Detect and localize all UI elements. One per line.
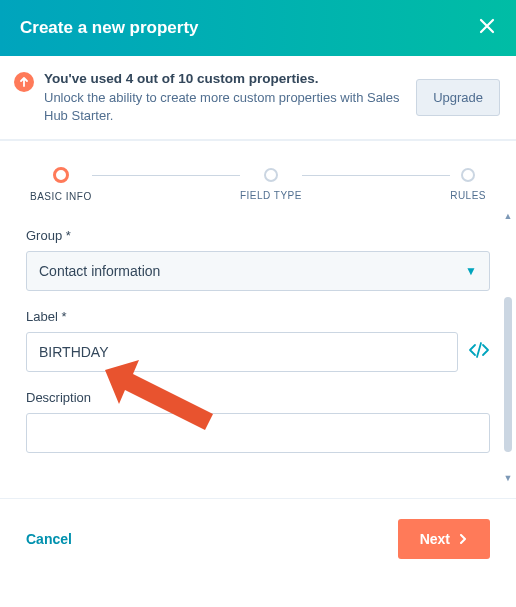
step-basic-info[interactable]: BASIC INFO [30, 167, 92, 202]
chevron-down-icon: ▼ [465, 264, 477, 278]
step-connector [302, 175, 450, 176]
step-field-type[interactable]: FIELD TYPE [240, 168, 302, 201]
step-circle-icon [461, 168, 475, 182]
banner-sub: Unlock the ability to create more custom… [44, 90, 400, 123]
scroll-down-icon: ▼ [504, 474, 513, 483]
step-circle-icon [264, 168, 278, 182]
close-icon[interactable] [478, 17, 496, 39]
field-group: Group * Contact information ▼ [26, 228, 490, 291]
label-input[interactable]: BIRTHDAY [26, 332, 458, 372]
arrow-up-icon [14, 72, 34, 92]
scroll-up-icon: ▲ [504, 212, 513, 221]
group-label: Group * [26, 228, 490, 243]
step-connector [92, 175, 240, 176]
description-label: Description [26, 390, 490, 405]
banner-text: You've used 4 out of 10 custom propertie… [44, 70, 406, 125]
upgrade-button[interactable]: Upgrade [416, 79, 500, 116]
cancel-button[interactable]: Cancel [26, 531, 72, 547]
modal-header: Create a new property [0, 0, 516, 56]
scroll-thumb[interactable] [504, 297, 512, 452]
group-value: Contact information [39, 263, 160, 279]
chevron-right-icon [458, 534, 468, 544]
label-label: Label * [26, 309, 490, 324]
field-label: Label * BIRTHDAY [26, 309, 490, 372]
modal-title: Create a new property [20, 18, 199, 38]
label-value: BIRTHDAY [39, 344, 109, 360]
step-rules[interactable]: RULES [450, 168, 486, 201]
scrollbar[interactable]: ▲ ▼ [502, 212, 514, 461]
code-icon[interactable] [468, 341, 490, 363]
step-circle-icon [53, 167, 69, 183]
next-button[interactable]: Next [398, 519, 490, 559]
next-label: Next [420, 531, 450, 547]
stepper: BASIC INFO FIELD TYPE RULES [0, 157, 516, 208]
banner-bold: You've used 4 out of 10 custom propertie… [44, 71, 319, 86]
group-select[interactable]: Contact information ▼ [26, 251, 490, 291]
field-description: Description [26, 390, 490, 453]
modal-footer: Cancel Next [0, 498, 516, 579]
description-input[interactable] [26, 413, 490, 453]
upgrade-banner: You've used 4 out of 10 custom propertie… [0, 56, 516, 140]
